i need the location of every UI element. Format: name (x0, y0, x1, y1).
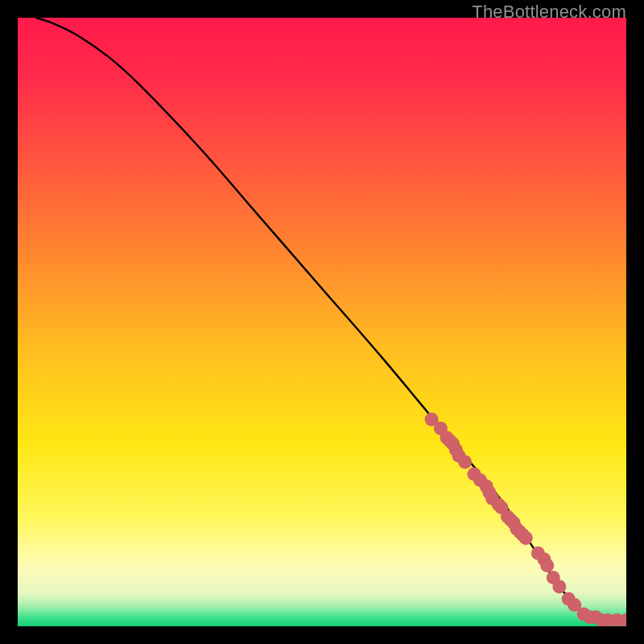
chart-svg (18, 18, 626, 626)
dot (458, 455, 472, 469)
dot (519, 531, 533, 545)
dot (540, 559, 554, 572)
chart-plot-area (18, 18, 626, 626)
dot (552, 580, 566, 593)
attribution-text: TheBottleneck.com (472, 2, 626, 23)
chart-background (18, 18, 626, 626)
stage: TheBottleneck.com (0, 0, 644, 644)
